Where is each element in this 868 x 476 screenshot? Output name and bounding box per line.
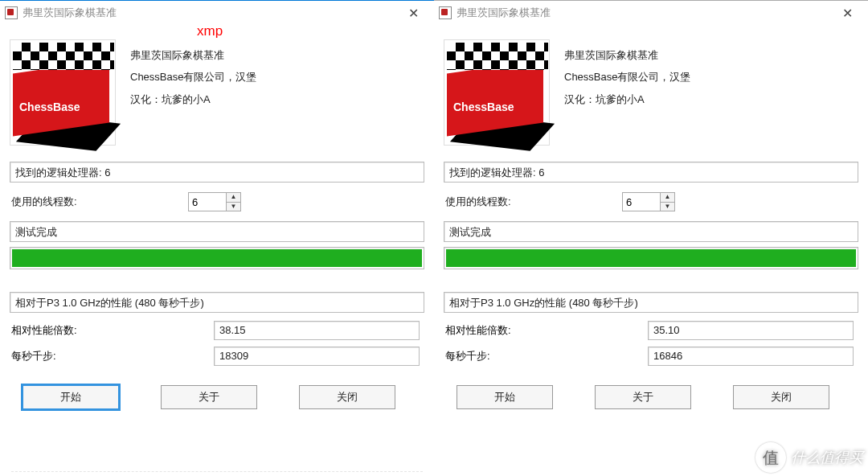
relative-perf-field: 相对于P3 1.0 GHz的性能 (480 每秒千步) (444, 292, 858, 313)
spinner-up-icon[interactable]: ▲ (661, 193, 674, 203)
company-name: ChessBase有限公司，汉堡 (564, 66, 690, 88)
footer-ticks (11, 471, 423, 474)
about-button[interactable]: 关于 (161, 385, 257, 409)
titlebar: 弗里茨国际象棋基准 ✕ (434, 1, 868, 25)
multiplier-label: 相对性能倍数: (11, 323, 214, 338)
close-button[interactable]: 关闭 (733, 385, 829, 409)
multiplier-row: 相对性能倍数: 35.10 (434, 318, 868, 343)
threads-spinner[interactable]: ▲ ▼ (188, 192, 241, 211)
header-text: 弗里茨国际象棋基准 ChessBase有限公司，汉堡 汉化：坑爹的小A (564, 39, 690, 146)
processors-field: 找到的逻辑处理器: 6 (10, 162, 424, 183)
threads-label: 使用的线程数: (11, 195, 180, 209)
progress-track (10, 247, 424, 269)
spinner-up-icon[interactable]: ▲ (227, 193, 240, 203)
processors-field: 找到的逻辑处理器: 6 (444, 162, 858, 183)
progress-track (444, 247, 858, 269)
threads-row: 使用的线程数: ▲ ▼ (434, 187, 868, 216)
header-text: 弗里茨国际象棋基准 ChessBase有限公司，汉堡 汉化：坑爹的小A (130, 39, 256, 146)
app-icon (5, 6, 18, 19)
comparison-container: 弗里茨国际象棋基准 ✕ xmp ChessBase 弗里茨国际象棋基准 Ches… (0, 0, 868, 476)
translator: 汉化：坑爹的小A (564, 88, 690, 110)
spinner-down-icon[interactable]: ▼ (661, 203, 674, 211)
logo-text: ChessBase (453, 101, 514, 113)
knps-label: 每秒千步: (445, 349, 648, 363)
multiplier-value: 35.10 (648, 321, 854, 340)
multiplier-row: 相对性能倍数: 38.15 (0, 318, 434, 343)
multiplier-value: 38.15 (214, 321, 420, 340)
annotation-label: xmp (197, 23, 223, 39)
status-field: 测试完成 (10, 221, 424, 242)
window-title: 弗里茨国际象棋基准 (23, 6, 397, 20)
header-row: ChessBase 弗里茨国际象棋基准 ChessBase有限公司，汉堡 汉化：… (0, 25, 434, 152)
chessbase-logo: ChessBase (444, 39, 550, 146)
knps-value: 16846 (648, 347, 854, 366)
close-button[interactable]: 关闭 (299, 385, 395, 409)
relative-perf-field: 相对于P3 1.0 GHz的性能 (480 每秒千步) (10, 292, 424, 313)
dialog-right: 弗里茨国际象棋基准 ✕ ChessBase 弗里茨国际象棋基准 ChessBas… (434, 0, 868, 476)
status-field: 测试完成 (444, 221, 858, 242)
threads-label: 使用的线程数: (445, 195, 614, 209)
start-button[interactable]: 开始 (23, 385, 119, 409)
titlebar: 弗里茨国际象棋基准 ✕ (0, 1, 434, 25)
threads-row: 使用的线程数: ▲ ▼ (0, 187, 434, 216)
product-name: 弗里茨国际象棋基准 (564, 44, 690, 66)
threads-input[interactable] (622, 192, 661, 211)
company-name: ChessBase有限公司，汉堡 (130, 66, 256, 88)
dialog-left: 弗里茨国际象棋基准 ✕ xmp ChessBase 弗里茨国际象棋基准 Ches… (0, 0, 434, 476)
translator: 汉化：坑爹的小A (130, 88, 256, 110)
close-icon[interactable]: ✕ (397, 2, 429, 24)
chessbase-logo: ChessBase (10, 39, 116, 146)
knps-row: 每秒千步: 16846 (434, 343, 868, 369)
window-title: 弗里茨国际象棋基准 (457, 6, 831, 20)
watermark: 值 什么值得买 (755, 442, 863, 473)
app-icon (439, 6, 452, 19)
watermark-text: 什么值得买 (791, 448, 863, 467)
knps-value: 18309 (214, 347, 420, 366)
close-icon[interactable]: ✕ (831, 2, 863, 24)
multiplier-label: 相对性能倍数: (445, 323, 648, 338)
progress-bar (446, 249, 856, 267)
knps-row: 每秒千步: 18309 (0, 343, 434, 369)
progress-bar (12, 249, 422, 267)
threads-input[interactable] (188, 192, 227, 211)
threads-spinner[interactable]: ▲ ▼ (622, 192, 675, 211)
knps-label: 每秒千步: (11, 349, 214, 363)
button-row: 开始 关于 关闭 (0, 369, 434, 416)
product-name: 弗里茨国际象棋基准 (130, 44, 256, 66)
spinner-down-icon[interactable]: ▼ (227, 203, 240, 211)
watermark-icon: 值 (755, 442, 786, 473)
header-row: ChessBase 弗里茨国际象棋基准 ChessBase有限公司，汉堡 汉化：… (434, 25, 868, 152)
button-row: 开始 关于 关闭 (434, 369, 868, 416)
logo-text: ChessBase (19, 101, 80, 113)
about-button[interactable]: 关于 (595, 385, 691, 409)
start-button[interactable]: 开始 (457, 385, 553, 409)
